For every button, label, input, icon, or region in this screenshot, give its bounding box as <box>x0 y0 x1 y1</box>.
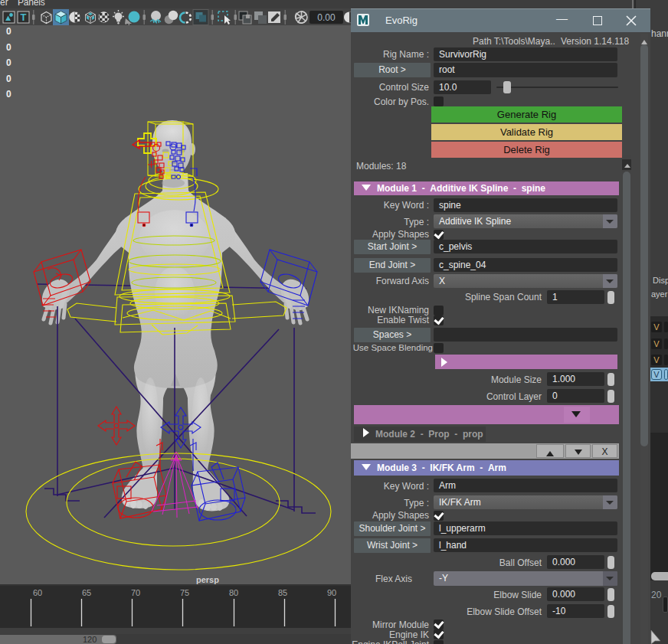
svg-text:65: 65 <box>82 588 91 597</box>
svg-text:80: 80 <box>229 588 238 597</box>
svg-text:85: 85 <box>278 588 287 597</box>
svg-text:0: 0 <box>6 74 11 84</box>
svg-text:0: 0 <box>6 26 11 37</box>
svg-text:0: 0 <box>6 57 11 68</box>
svg-text:90: 90 <box>327 588 336 597</box>
svg-text:75: 75 <box>180 588 189 597</box>
svg-text:0: 0 <box>6 89 11 100</box>
svg-text:0: 0 <box>6 42 11 53</box>
svg-text:0.00: 0.00 <box>317 12 336 23</box>
svg-text:T: T <box>21 11 27 23</box>
svg-text:70: 70 <box>131 588 140 597</box>
svg-text:persp: persp <box>196 575 219 584</box>
svg-text:60: 60 <box>33 588 42 597</box>
